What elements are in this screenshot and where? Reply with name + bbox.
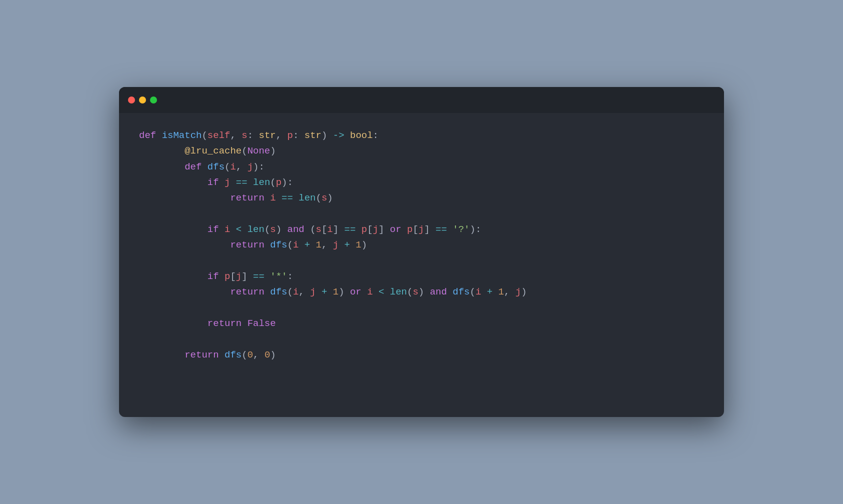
code-block: def isMatch(self, s: str, p: str) -> boo… [139,128,704,363]
traffic-lights [128,96,157,104]
close-button[interactable] [128,96,135,104]
titlebar [119,87,724,113]
code-editor-window: def isMatch(self, s: str, p: str) -> boo… [119,87,724,417]
maximize-button[interactable] [150,96,157,104]
code-area: def isMatch(self, s: str, p: str) -> boo… [119,113,724,417]
minimize-button[interactable] [139,96,146,104]
